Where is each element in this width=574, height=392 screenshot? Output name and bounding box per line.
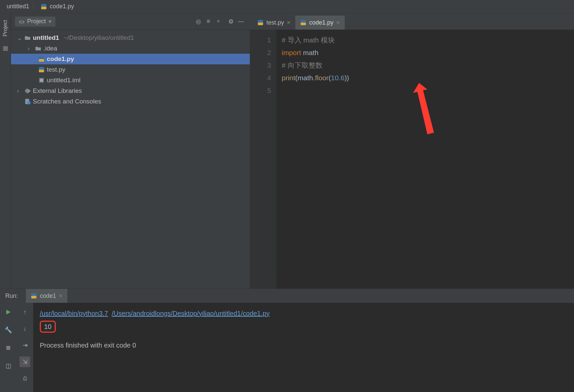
code-comment: # 导入 math 模块 (282, 36, 335, 44)
console-command-line: /usr/local/bin/python3.7 /Users/androidl… (40, 307, 567, 319)
breadcrumb-project[interactable]: untitled1 (7, 3, 29, 10)
tree-root-label: untitled1 (33, 34, 59, 41)
folder-icon (35, 46, 41, 51)
expand-all-icon[interactable]: ≡ (203, 17, 213, 27)
console-output[interactable]: /usr/local/bin/python3.7 /Users/androidl… (33, 303, 574, 392)
tree-item-label: .idea (43, 45, 57, 52)
line-number-gutter: 1 2 3 4 5 (250, 30, 276, 289)
project-panel-title: Project (27, 18, 46, 25)
svg-rect-7 (40, 79, 43, 82)
python-file-icon (38, 56, 45, 62)
svg-rect-1 (41, 7, 46, 9)
svg-rect-11 (258, 23, 263, 25)
project-tool-tab[interactable]: Project (2, 20, 8, 36)
code-keyword: import (282, 49, 301, 56)
print-icon[interactable]: ⎙ (20, 373, 30, 384)
tab-label: code1.py (309, 19, 333, 26)
tree-item-label: untitled1.iml (47, 77, 80, 84)
code-paren: ( (295, 74, 298, 82)
collapse-all-icon[interactable]: ÷ (213, 17, 223, 27)
chevron-right-icon[interactable]: › (28, 45, 33, 52)
code-func: print (282, 74, 295, 82)
run-button[interactable] (3, 307, 14, 317)
run-header: Run: code1 ✕ (0, 289, 574, 303)
scroll-down-icon[interactable]: ↓ (20, 323, 30, 334)
python-file-icon (31, 293, 37, 299)
project-panel-header: ▭ Project ▾ ◎ ≡ ÷ ⚙ — (11, 13, 250, 30)
code-paren: )) (344, 74, 349, 82)
project-view-selector[interactable]: ▭ Project ▾ (15, 17, 55, 27)
line-number: 2 (250, 46, 271, 59)
chevron-down-icon: ▾ (48, 18, 51, 25)
script-path-link[interactable]: /Users/androidlongs/Desktop/yiliao/untit… (112, 310, 270, 317)
svg-rect-13 (301, 23, 306, 25)
tree-item-label: code1.py (47, 55, 74, 63)
tree-item-label: test.py (47, 66, 65, 73)
python-file-icon (38, 66, 45, 73)
scroll-up-icon[interactable]: ↑ (20, 307, 30, 317)
hide-panel-icon[interactable]: — (236, 17, 246, 27)
project-tree[interactable]: ⌄ untitled1 ~/Desktop/yiliao/untitled1 ›… (11, 30, 250, 289)
code-editor[interactable]: 1 2 3 4 5 # 导入 math 模块 import math # 向下取… (250, 30, 574, 289)
run-toolbar-inner: ↑ ↓ ⇥ ⇲ ⎙ (17, 303, 33, 392)
scroll-to-end-icon[interactable]: ⇲ (20, 357, 30, 367)
console-exit-message: Process finished with exit code 0 (40, 339, 567, 351)
tree-item-code1[interactable]: code1.py (11, 54, 250, 64)
locate-icon[interactable]: ◎ (193, 17, 203, 27)
tool-window-strip: Project ▦ (0, 13, 11, 289)
breadcrumb: untitled1 〉 code1.py (0, 0, 574, 13)
close-tab-icon[interactable]: ✕ (287, 20, 291, 25)
editor-tab-test[interactable]: test.py ✕ (252, 16, 295, 30)
svg-rect-5 (39, 70, 44, 72)
gear-icon[interactable]: ⚙ (226, 17, 236, 27)
console-output-value: 10 (40, 321, 56, 333)
python-file-icon (257, 19, 264, 26)
breadcrumb-file[interactable]: code1.py (50, 3, 74, 10)
editor-tab-bar: test.py ✕ code1.py ✕ (250, 13, 574, 30)
tree-item-test[interactable]: test.py (11, 64, 250, 75)
stop-button[interactable] (3, 343, 14, 353)
run-label: Run: (5, 293, 18, 299)
code-content[interactable]: # 导入 math 模块 import math # 向下取整数 print(m… (276, 30, 574, 289)
run-tool-window: Run: code1 ✕ 🔧 ◫ ↑ ↓ ⇥ ⇲ ⎙ /usr/local/bi… (0, 289, 574, 392)
interpreter-path-link[interactable]: /usr/local/bin/python3.7 (40, 310, 108, 317)
python-file-icon (300, 19, 307, 26)
code-number: 10.6 (331, 74, 344, 82)
line-number: 3 (250, 59, 271, 72)
line-number: 5 (250, 84, 271, 97)
project-panel: ▭ Project ▾ ◎ ≡ ÷ ⚙ — ⌄ untitled1 ~/Desk… (11, 13, 250, 289)
python-file-icon (40, 3, 47, 10)
project-folder-icon (24, 35, 31, 40)
svg-marker-17 (6, 310, 11, 314)
chevron-down-icon[interactable]: ⌄ (17, 34, 22, 42)
structure-tool-icon[interactable]: ▦ (3, 44, 8, 52)
tree-item-label: Scratches and Consoles (33, 98, 101, 105)
run-tab-code1[interactable]: code1 ✕ (26, 289, 67, 303)
run-toolbar-left: 🔧 ◫ (0, 303, 17, 392)
iml-file-icon (38, 77, 45, 83)
tree-root-path: ~/Desktop/yiliao/untitled1 (64, 34, 134, 41)
tree-item-iml[interactable]: untitled1.iml (11, 75, 250, 86)
layout-button[interactable]: ◫ (3, 360, 14, 371)
chevron-right-icon[interactable]: › (17, 87, 22, 95)
editor-tab-code1[interactable]: code1.py ✕ (295, 16, 345, 30)
soft-wrap-icon[interactable]: ⇥ (20, 340, 30, 351)
code-func: floor (315, 74, 328, 82)
tree-scratches[interactable]: Scratches and Consoles (11, 96, 250, 107)
project-window-icon: ▭ (19, 18, 25, 25)
svg-rect-16 (31, 296, 36, 298)
libraries-icon (24, 88, 31, 94)
code-comment: # 向下取整数 (282, 61, 323, 69)
tree-item-label: External Libraries (33, 87, 82, 95)
editor-area: test.py ✕ code1.py ✕ 1 2 3 4 5 # 导入 math… (250, 13, 574, 289)
close-tab-icon[interactable]: ✕ (59, 293, 63, 298)
tree-item-idea[interactable]: › .idea (11, 43, 250, 54)
tree-external-libraries[interactable]: › External Libraries (11, 86, 250, 96)
code-ident: math (298, 74, 313, 82)
tree-root[interactable]: ⌄ untitled1 ~/Desktop/yiliao/untitled1 (11, 33, 250, 43)
svg-rect-18 (6, 346, 10, 350)
code-ident: math (301, 49, 319, 56)
line-number: 4 (250, 72, 271, 84)
close-tab-icon[interactable]: ✕ (336, 20, 340, 25)
debug-button[interactable]: 🔧 (3, 325, 14, 335)
